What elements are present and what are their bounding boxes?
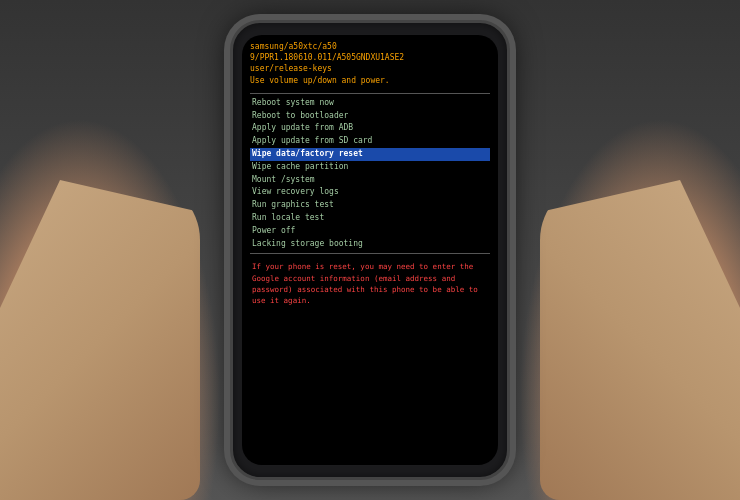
menu-item-1[interactable]: Reboot to bootloader [250, 110, 490, 123]
header-line-2: 9/PPR1.180610.011/A505GNDXU1ASE2 [250, 52, 490, 63]
menu-item-8[interactable]: Run graphics test [250, 199, 490, 212]
menu-item-0[interactable]: Reboot system now [250, 97, 490, 110]
menu-item-4[interactable]: Wipe data/factory reset [250, 148, 490, 161]
menu-divider [250, 253, 490, 254]
menu-item-9[interactable]: Run locale test [250, 212, 490, 225]
menu-item-5[interactable]: Wipe cache partition [250, 161, 490, 174]
scene: samsung/a50xtc/a50 9/PPR1.180610.011/A50… [0, 0, 740, 500]
recovery-menu: Reboot system nowReboot to bootloaderApp… [250, 97, 490, 251]
header-info: samsung/a50xtc/a50 9/PPR1.180610.011/A50… [250, 41, 490, 86]
warning-section: If your phone is reset, you may need to … [250, 261, 490, 306]
volume-up-button[interactable] [230, 103, 232, 128]
menu-item-3[interactable]: Apply update from SD card [250, 135, 490, 148]
menu-item-11[interactable]: Lacking storage booting [250, 238, 490, 251]
menu-item-2[interactable]: Apply update from ADB [250, 122, 490, 135]
menu-item-7[interactable]: View recovery logs [250, 186, 490, 199]
phone-screen: samsung/a50xtc/a50 9/PPR1.180610.011/A50… [242, 35, 498, 465]
header-line-4: Use volume up/down and power. [250, 75, 490, 86]
menu-item-10[interactable]: Power off [250, 225, 490, 238]
power-button[interactable] [508, 123, 510, 163]
recovery-screen: samsung/a50xtc/a50 9/PPR1.180610.011/A50… [242, 35, 498, 465]
header-line-3: user/release-keys [250, 63, 490, 74]
header-line-1: samsung/a50xtc/a50 [250, 41, 490, 52]
bixby-button[interactable] [230, 173, 232, 198]
menu-item-6[interactable]: Mount /system [250, 174, 490, 187]
volume-down-button[interactable] [230, 138, 232, 163]
header-divider [250, 93, 490, 94]
phone: samsung/a50xtc/a50 9/PPR1.180610.011/A50… [230, 20, 510, 480]
warning-text: If your phone is reset, you may need to … [252, 261, 488, 306]
